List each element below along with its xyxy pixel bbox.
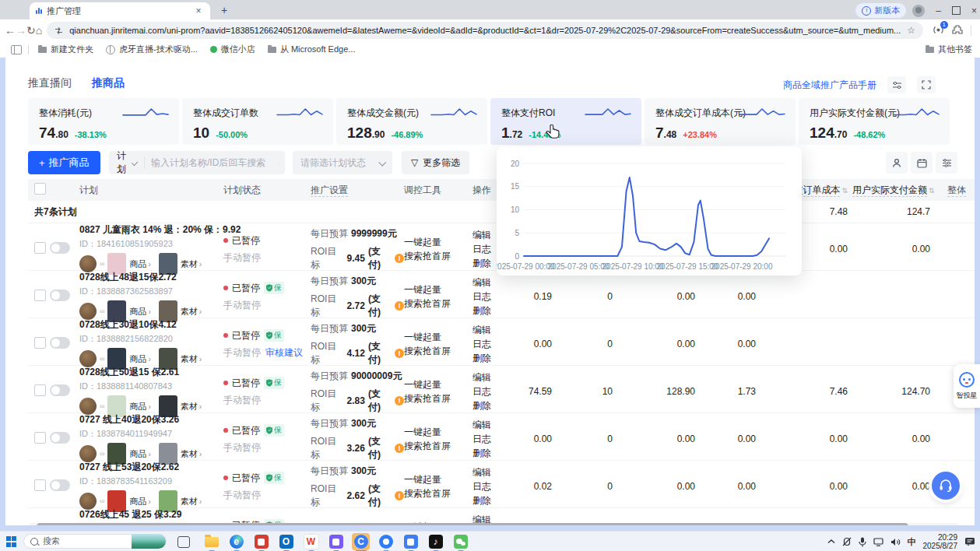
browser-profile-avatar[interactable] bbox=[912, 5, 925, 17]
taskbar-app-outlook[interactable]: O bbox=[277, 533, 295, 550]
plan-status-select[interactable]: 请筛选计划状态 bbox=[293, 151, 392, 174]
delete-link[interactable]: 删除 bbox=[472, 446, 518, 460]
one-key-boost-link[interactable]: 一键起量 bbox=[404, 472, 472, 486]
plan-search-input[interactable] bbox=[145, 157, 278, 168]
review-suggestion-link[interactable]: 审核建议 bbox=[265, 346, 303, 360]
other-bookmarks-button[interactable]: 其他书签 bbox=[926, 41, 972, 58]
search-icon[interactable] bbox=[278, 158, 279, 168]
edit-link[interactable]: 编辑 bbox=[472, 418, 518, 432]
edit-link[interactable]: 编辑 bbox=[472, 276, 518, 290]
edit-link[interactable]: 编辑 bbox=[472, 323, 518, 337]
row-checkbox[interactable] bbox=[34, 242, 46, 254]
search-screen-link[interactable]: 搜索抢首屏 bbox=[404, 344, 472, 358]
metric-settings-button[interactable] bbox=[887, 76, 906, 93]
fullscreen-button[interactable] bbox=[917, 76, 936, 93]
row-checkbox[interactable] bbox=[34, 384, 46, 396]
search-screen-link[interactable]: 搜索抢首屏 bbox=[404, 249, 472, 263]
stat-card[interactable]: 整体成交订单数 10 -50.00% bbox=[182, 98, 333, 145]
stat-card[interactable]: 整体消耗(元) 74.80 -38.13% bbox=[28, 98, 179, 145]
one-key-boost-link[interactable]: 一键起量 bbox=[404, 235, 472, 249]
row-enable-toggle[interactable] bbox=[50, 479, 70, 491]
extensions-icon[interactable] bbox=[952, 24, 963, 37]
touchpad-off-icon[interactable] bbox=[842, 537, 852, 546]
taskbar-app-blue-circle-app[interactable] bbox=[377, 533, 395, 550]
notification-center-icon[interactable] bbox=[964, 537, 975, 546]
product-link[interactable]: 商品› bbox=[129, 496, 150, 507]
help-support-button[interactable] bbox=[932, 472, 960, 500]
taskbar-app-edge-browser[interactable]: e bbox=[227, 533, 245, 550]
search-screen-link[interactable]: 搜索抢首屏 bbox=[404, 297, 472, 311]
reload-button[interactable]: ↻ bbox=[26, 24, 36, 37]
row-checkbox[interactable] bbox=[34, 290, 46, 301]
ime-indicator[interactable]: 中 bbox=[908, 536, 916, 548]
column-settings-button[interactable] bbox=[936, 152, 957, 174]
back-button[interactable]: ← bbox=[5, 24, 16, 37]
product-link[interactable]: 商品› bbox=[129, 353, 150, 365]
log-link[interactable]: 日志 bbox=[472, 384, 518, 398]
media-control-icon[interactable]: 1 bbox=[933, 24, 944, 37]
stat-card[interactable]: 整体成交金额(元) 128.90 -46.89% bbox=[336, 98, 487, 145]
search-screen-link[interactable]: 搜索抢首屏 bbox=[404, 486, 472, 500]
new-tab-button[interactable]: + bbox=[221, 4, 227, 16]
material-link[interactable]: 素材› bbox=[181, 496, 202, 507]
taskbar-clock[interactable]: 20:29 2025/8/27 bbox=[923, 533, 958, 550]
row-enable-toggle[interactable] bbox=[50, 242, 70, 254]
side-panel-icon[interactable] bbox=[11, 45, 22, 54]
product-link[interactable]: 商品› bbox=[129, 258, 150, 270]
one-key-boost-link[interactable]: 一键起量 bbox=[404, 425, 472, 439]
log-link[interactable]: 日志 bbox=[472, 479, 518, 493]
taskbar-app-qianchuan-app[interactable]: C bbox=[352, 533, 370, 550]
widgets-weather-image[interactable] bbox=[132, 534, 166, 549]
customer-audience-button[interactable] bbox=[886, 152, 908, 174]
scroll-left-arrow-icon[interactable]: ◂ bbox=[21, 523, 28, 525]
taskbar-app-douyin[interactable]: ♪ bbox=[427, 533, 444, 550]
row-enable-toggle[interactable] bbox=[50, 290, 70, 301]
product-manual-link[interactable]: 商品全域推广产品手册 bbox=[783, 79, 876, 92]
edit-link[interactable]: 编辑 bbox=[472, 370, 518, 384]
bookmark-item[interactable]: 微信小店 bbox=[210, 44, 255, 55]
stat-card[interactable]: 整体支付ROI 1.72 -14.43% bbox=[490, 98, 641, 145]
scroll-right-arrow-icon[interactable]: ▸ bbox=[904, 523, 912, 525]
page-tab-inactive[interactable]: 推直播间 bbox=[28, 76, 72, 90]
bookmark-star-icon[interactable]: ☆ bbox=[907, 25, 915, 36]
forward-button[interactable]: → bbox=[16, 24, 26, 37]
row-checkbox[interactable] bbox=[34, 432, 46, 444]
stat-card[interactable]: 用户实际支付金额(元) 124.70 -48.62% bbox=[799, 98, 950, 145]
bookmark-item[interactable]: 从 Microsoft Edge... bbox=[268, 44, 356, 55]
one-key-boost-link[interactable]: 一键起量 bbox=[404, 330, 472, 344]
one-key-boost-link[interactable]: 一键起量 bbox=[404, 283, 472, 297]
task-view-button[interactable] bbox=[177, 536, 190, 548]
stat-card[interactable]: 整体成交订单成本(元) 7.48 +23.84% bbox=[645, 98, 796, 145]
search-screen-link[interactable]: 搜索抢首屏 bbox=[404, 439, 472, 453]
bookmark-item[interactable]: 新建文件夹 bbox=[38, 44, 93, 55]
log-link[interactable]: 日志 bbox=[472, 337, 518, 351]
new-version-button[interactable]: !新版本 bbox=[855, 3, 906, 18]
taskbar-app-wps-office[interactable]: W bbox=[302, 533, 320, 550]
scrollbar-thumb[interactable] bbox=[37, 523, 908, 525]
assistant-widget[interactable]: 智投星 bbox=[954, 364, 980, 408]
row-enable-toggle[interactable] bbox=[50, 337, 70, 349]
taskbar-app-red-store-app[interactable] bbox=[252, 533, 270, 550]
date-range-button[interactable] bbox=[911, 152, 933, 174]
horizontal-scrollbar[interactable]: ◂ ▸ bbox=[21, 523, 968, 525]
search-screen-link[interactable]: 搜索抢首屏 bbox=[404, 391, 472, 405]
delete-link[interactable]: 删除 bbox=[472, 493, 518, 507]
select-all-checkbox[interactable] bbox=[34, 183, 46, 195]
network-icon[interactable] bbox=[873, 538, 883, 546]
taskbar-app-purple-app[interactable] bbox=[327, 533, 345, 550]
taskbar-search-box[interactable]: 搜索 bbox=[23, 534, 167, 549]
product-link[interactable]: 商品› bbox=[129, 401, 150, 412]
material-link[interactable]: 素材› bbox=[181, 306, 202, 318]
material-link[interactable]: 素材› bbox=[181, 258, 202, 270]
log-link[interactable]: 日志 bbox=[472, 290, 518, 304]
log-link[interactable]: 日志 bbox=[472, 432, 518, 446]
header-user-paid[interactable]: 用户实际支付金额⇅ bbox=[852, 184, 935, 197]
delete-link[interactable]: 删除 bbox=[472, 398, 518, 412]
plan-type-select[interactable]: 计划 bbox=[109, 156, 145, 169]
more-filters-button[interactable]: ▽更多筛选 bbox=[402, 151, 469, 174]
taskbar-app-blue-docs-app[interactable] bbox=[402, 533, 420, 550]
row-checkbox[interactable] bbox=[34, 479, 46, 491]
page-tab-active[interactable]: 推商品 bbox=[92, 76, 125, 90]
product-link[interactable]: 商品› bbox=[129, 448, 150, 460]
material-link[interactable]: 素材› bbox=[181, 401, 202, 412]
